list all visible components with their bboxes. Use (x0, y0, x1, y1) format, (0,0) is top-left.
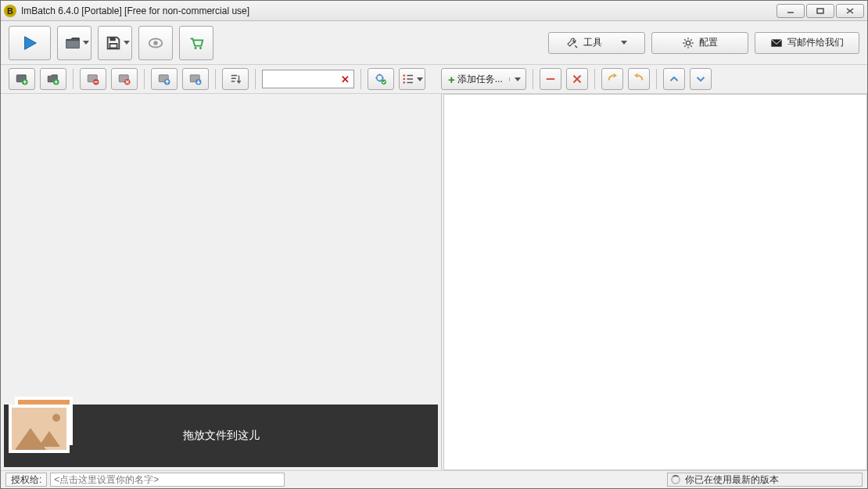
chevron-down-icon (417, 77, 423, 81)
remove-image-button[interactable] (80, 68, 106, 90)
maximize-button[interactable] (806, 4, 834, 18)
filter-gear-icon (374, 72, 388, 86)
tools-button[interactable]: 工具 (548, 32, 645, 54)
license-label: 授权给: (5, 473, 47, 487)
content-area: 拖放文件到这儿 (1, 93, 867, 471)
config-button[interactable]: 配置 (651, 32, 748, 54)
statusbar: 授权给: <点击这里设置你的名字> 你已在使用最新的版本 (1, 471, 867, 488)
image-up-icon (157, 72, 171, 86)
folder-open-icon (64, 34, 81, 52)
undo-icon (605, 72, 619, 86)
svg-point-13 (686, 41, 690, 45)
save-button[interactable] (98, 26, 132, 60)
minimize-button[interactable] (777, 4, 805, 18)
chevron-down-icon (83, 41, 89, 45)
tools-label: 工具 (583, 36, 602, 49)
list-icon (401, 72, 415, 86)
cart-icon (188, 34, 205, 52)
secondary-toolbar: ✕ + 添加任务... (1, 65, 867, 93)
svg-point-9 (153, 41, 158, 45)
close-icon (845, 7, 855, 15)
mail-button[interactable]: 写邮件给我们 (755, 32, 859, 54)
file-list-pane[interactable]: 拖放文件到这儿 (1, 94, 442, 470)
save-icon (105, 34, 122, 52)
chevron-up-icon (667, 72, 681, 86)
undo-button[interactable] (601, 68, 623, 90)
run-button[interactable] (9, 26, 51, 60)
clear-search-icon[interactable]: ✕ (339, 74, 351, 85)
svg-marker-31 (613, 74, 617, 78)
drop-hint-text: 拖放文件到这儿 (183, 429, 260, 443)
sort-icon (228, 72, 242, 86)
update-status-pane: 你已在使用最新的版本 (667, 473, 863, 487)
app-icon: B (4, 5, 16, 17)
spinner-icon (671, 475, 680, 484)
minimize-icon (786, 7, 795, 15)
svg-rect-5 (66, 41, 80, 48)
plus-icon: + (448, 73, 455, 86)
close-button[interactable] (836, 4, 864, 18)
window-title: ImBatch 6.4.0 [Portable] [Free for non-c… (21, 5, 772, 16)
drop-image-icon (2, 394, 73, 456)
gear-icon (682, 37, 694, 49)
sort-button[interactable] (222, 68, 249, 90)
clear-images-button[interactable] (111, 68, 138, 90)
svg-point-26 (377, 75, 383, 81)
image-clear-icon (117, 72, 131, 86)
image-add-icon (15, 72, 29, 86)
play-icon (21, 34, 38, 52)
chevron-down-icon (694, 72, 708, 86)
x-icon (570, 72, 584, 86)
maximize-icon (816, 7, 825, 15)
add-task-dropdown[interactable] (509, 77, 525, 81)
add-task-button[interactable]: + 添加任务... (441, 68, 526, 90)
move-down-button[interactable] (182, 68, 209, 90)
license-placeholder: <点击这里设置你的名字> (54, 473, 159, 487)
shop-button[interactable] (179, 26, 213, 60)
task-up-button[interactable] (663, 68, 685, 90)
chevron-down-icon (515, 77, 521, 81)
svg-rect-1 (817, 9, 823, 13)
eye-icon (147, 34, 164, 52)
mail-label: 写邮件给我们 (787, 36, 844, 49)
clear-tasks-button[interactable] (566, 68, 588, 90)
mail-icon (770, 38, 783, 49)
move-up-button[interactable] (151, 68, 178, 90)
remove-task-button[interactable] (540, 68, 561, 90)
chevron-down-icon (124, 41, 130, 45)
svg-marker-32 (634, 74, 638, 78)
open-button[interactable] (57, 26, 91, 60)
titlebar: B ImBatch 6.4.0 [Portable] [Free for non… (1, 1, 867, 21)
add-folder-button[interactable] (40, 68, 66, 90)
main-toolbar: 工具 配置 写邮件给我们 (1, 21, 867, 65)
svg-marker-4 (25, 36, 37, 49)
svg-point-28 (403, 74, 405, 77)
svg-point-10 (195, 46, 197, 49)
filter-button[interactable] (368, 68, 394, 90)
chevron-down-icon (621, 41, 627, 45)
task-list-pane[interactable] (443, 94, 867, 470)
image-down-icon (188, 72, 203, 86)
svg-rect-7 (109, 43, 117, 47)
redo-icon (632, 72, 646, 86)
config-label: 配置 (699, 36, 718, 49)
search-input[interactable] (265, 74, 339, 84)
update-status-text: 你已在使用最新的版本 (685, 473, 779, 487)
redo-button[interactable] (628, 68, 650, 90)
add-image-button[interactable] (9, 68, 35, 90)
svg-point-11 (199, 46, 202, 49)
drop-banner[interactable]: 拖放文件到这儿 (4, 405, 438, 467)
image-remove-icon (86, 72, 100, 86)
list-view-button[interactable] (399, 68, 425, 90)
folder-add-icon (46, 72, 60, 86)
svg-point-29 (403, 78, 405, 81)
app-window: B ImBatch 6.4.0 [Portable] [Free for non… (0, 0, 868, 489)
search-box[interactable]: ✕ (262, 70, 354, 88)
svg-rect-6 (109, 37, 115, 41)
tools-icon (566, 37, 579, 49)
svg-line-12 (575, 45, 577, 48)
preview-button[interactable] (138, 26, 173, 60)
task-down-button[interactable] (690, 68, 712, 90)
minus-icon (543, 72, 558, 86)
license-name-field[interactable]: <点击这里设置你的名字> (50, 473, 285, 487)
